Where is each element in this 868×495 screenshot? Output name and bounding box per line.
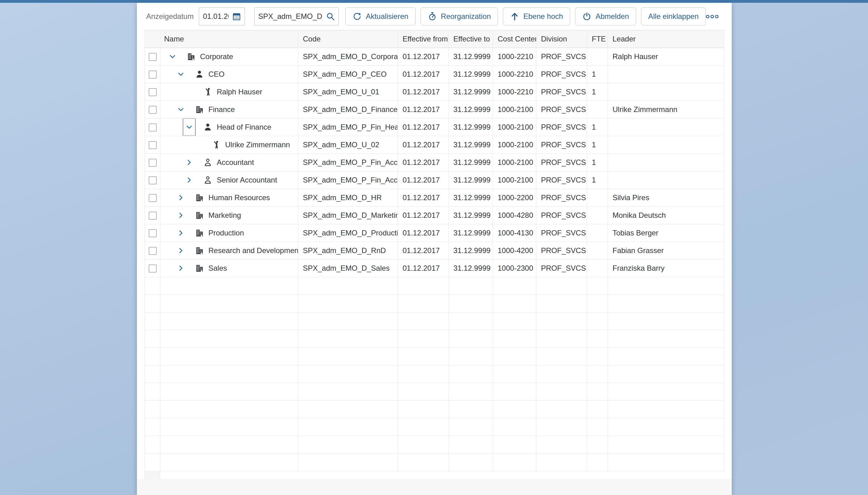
node-name: Senior Accountant — [217, 176, 277, 184]
column-header-selector[interactable] — [145, 30, 160, 48]
table-row[interactable]: Ulrike ZimmermannSPX_adm_EMO_U_0201.12.2… — [145, 136, 724, 154]
table-row[interactable]: Human ResourcesSPX_adm_EMO_D_HR01.12.201… — [145, 189, 724, 207]
cell-effective-to: 31.12.9999 — [449, 101, 493, 119]
row-checkbox[interactable] — [149, 70, 157, 79]
column-header-fte[interactable]: FTE — [587, 30, 608, 48]
column-header-div[interactable]: Division — [536, 30, 587, 48]
cell-effective-from: 01.12.2017 — [398, 101, 449, 119]
column-header-code[interactable]: Code — [298, 30, 398, 48]
table-row[interactable]: Senior AccountantSPX_adm_EMO_P_Fin_Acco.… — [145, 171, 724, 189]
cell-fte — [587, 224, 608, 242]
cell-fte — [587, 48, 608, 66]
table-row[interactable]: CorporateSPX_adm_EMO_D_Corporate01.12.20… — [145, 48, 724, 66]
logout-button[interactable]: Abmelden — [575, 7, 636, 25]
cell-code: SPX_adm_EMO_D_Sales — [298, 259, 398, 277]
search-input[interactable] — [255, 8, 324, 25]
table-row[interactable]: FinanceSPX_adm_EMO_D_Finance01.12.201731… — [145, 101, 724, 119]
reorganization-button[interactable]: Reorganization — [421, 7, 498, 25]
node-name: Corporate — [200, 52, 233, 61]
row-checkbox[interactable] — [149, 264, 157, 273]
table-row[interactable]: Head of FinanceSPX_adm_EMO_P_Fin_Head01.… — [145, 119, 724, 136]
chevron-down-icon[interactable] — [168, 50, 177, 64]
empty-row — [145, 418, 724, 436]
cell-leader — [608, 171, 724, 189]
cell-division: PROF_SVCS — [536, 154, 587, 171]
empty-row — [145, 436, 724, 454]
cell-effective-to: 31.12.9999 — [449, 119, 493, 136]
cell-fte — [587, 189, 608, 207]
cell-code: SPX_adm_EMO_D_HR — [298, 189, 398, 207]
chevron-down-icon[interactable] — [176, 67, 185, 81]
row-checkbox[interactable] — [149, 211, 157, 220]
cell-division: PROF_SVCS — [536, 207, 587, 224]
cell-fte — [587, 259, 608, 277]
chevron-right-icon[interactable] — [176, 208, 185, 222]
row-checkbox[interactable] — [149, 106, 157, 114]
column-header-name[interactable]: Name — [160, 30, 298, 48]
row-checkbox[interactable] — [149, 53, 157, 61]
cell-division: PROF_SVCS — [536, 189, 587, 207]
table-row[interactable]: MarketingSPX_adm_EMO_D_Marketing01.12.20… — [145, 207, 724, 224]
node-name: Accountant — [217, 158, 254, 167]
chevron-down-icon[interactable] — [184, 120, 194, 134]
row-checkbox[interactable] — [149, 194, 157, 202]
panel-footer — [137, 479, 732, 495]
table-row[interactable]: CEOSPX_adm_EMO_P_CEO01.12.201731.12.9999… — [145, 66, 724, 83]
cell-effective-from: 01.12.2017 — [398, 154, 449, 171]
employee-icon — [212, 140, 221, 150]
column-header-leader[interactable]: Leader — [608, 30, 724, 48]
overflow-button[interactable] — [706, 14, 719, 19]
chevron-right-icon[interactable] — [176, 226, 185, 240]
table-row[interactable]: AccountantSPX_adm_EMO_P_Fin_Acco...01.12… — [145, 154, 724, 171]
node-name: CEO — [208, 70, 225, 79]
calendar-icon[interactable] — [230, 10, 243, 22]
cell-effective-to: 31.12.9999 — [449, 242, 493, 259]
position-icon — [195, 70, 204, 79]
row-checkbox[interactable] — [149, 247, 157, 255]
table-row[interactable]: SalesSPX_adm_EMO_D_Sales01.12.201731.12.… — [145, 259, 724, 277]
cell-effective-to: 31.12.9999 — [449, 207, 493, 224]
chevron-placeholder — [193, 138, 202, 152]
table-row[interactable]: Ralph HauserSPX_adm_EMO_U_0101.12.201731… — [145, 83, 724, 101]
cell-fte: 1 — [587, 119, 608, 136]
cell-leader: Franziska Barry — [608, 259, 724, 277]
chevron-right-icon[interactable] — [176, 243, 185, 258]
cell-division: PROF_SVCS — [536, 119, 587, 136]
column-header-to[interactable]: Effective to — [449, 30, 493, 48]
row-checkbox[interactable] — [149, 229, 157, 237]
cell-code: SPX_adm_EMO_P_CEO — [298, 66, 398, 83]
row-checkbox[interactable] — [149, 176, 157, 184]
cell-code: SPX_adm_EMO_P_Fin_Head — [298, 119, 398, 136]
display-date-label: Anzeigedatum — [146, 12, 194, 21]
cell-division: PROF_SVCS — [536, 66, 587, 83]
row-checkbox[interactable] — [149, 88, 157, 96]
org-unit-icon — [195, 211, 204, 220]
date-input[interactable] — [199, 8, 230, 25]
column-header-from[interactable]: Effective from — [398, 30, 449, 48]
chevron-right-icon[interactable] — [176, 261, 185, 275]
cell-effective-from: 01.12.2017 — [398, 259, 449, 277]
chevron-down-icon[interactable] — [176, 102, 185, 117]
column-header-cc[interactable]: Cost Center — [493, 30, 536, 48]
refresh-button[interactable]: Aktualisieren — [345, 7, 415, 25]
node-name: Finance — [208, 105, 235, 114]
table-row[interactable]: ProductionSPX_adm_EMO_D_Production01.12.… — [145, 224, 724, 242]
cell-leader: Ralph Hauser — [608, 48, 724, 66]
level-up-button[interactable]: Ebene hoch — [503, 7, 570, 25]
search-icon[interactable] — [324, 10, 337, 22]
row-checkbox[interactable] — [149, 159, 157, 167]
row-checkbox[interactable] — [149, 141, 157, 149]
cell-effective-to: 31.12.9999 — [449, 66, 493, 83]
bottom-strip — [137, 471, 732, 479]
collapse-all-button[interactable]: Alle einklappen — [641, 7, 706, 25]
cell-effective-to: 31.12.9999 — [449, 154, 493, 171]
chevron-right-icon[interactable] — [184, 155, 194, 170]
table-row[interactable]: Research and DevelopmentSPX_adm_EMO_D_Rn… — [145, 242, 724, 259]
row-checkbox[interactable] — [149, 123, 157, 132]
cell-effective-from: 01.12.2017 — [398, 207, 449, 224]
org-unit-icon — [195, 228, 204, 238]
chevron-right-icon[interactable] — [184, 173, 194, 187]
chevron-right-icon[interactable] — [176, 191, 185, 205]
cell-code: SPX_adm_EMO_P_Fin_Acco... — [298, 154, 398, 171]
cell-fte — [587, 101, 608, 119]
